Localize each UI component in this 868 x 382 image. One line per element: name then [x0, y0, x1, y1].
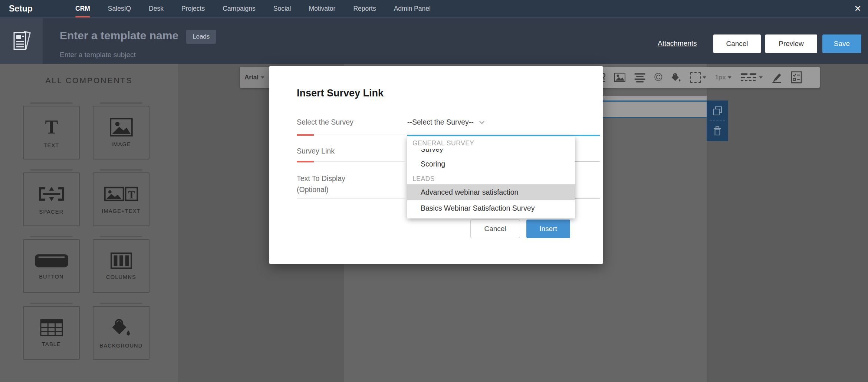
nav-item-crm[interactable]: CRM — [75, 0, 90, 17]
image-plus-text-icon: T — [104, 185, 139, 203]
chevron-down-icon — [728, 76, 731, 79]
component-button[interactable]: BUTTON — [23, 239, 80, 293]
svg-text:T: T — [128, 189, 135, 201]
template-document-icon — [12, 30, 31, 52]
component-background[interactable]: BACKGROUND — [93, 306, 149, 360]
nav-item-projects[interactable]: Projects — [181, 0, 205, 17]
dropdown-item-scoring[interactable]: Scoring — [407, 156, 575, 172]
background-icon — [110, 317, 132, 338]
attachments-link[interactable]: Attachments — [658, 39, 697, 47]
modal-insert-button[interactable]: Insert — [526, 220, 570, 238]
dropdown-item-advanced-webinar-satisfaction[interactable]: Advanced webinar satisfaction — [407, 184, 575, 200]
delete-icon[interactable] — [713, 126, 721, 136]
chevron-down-icon — [479, 121, 485, 124]
select-survey-label-underline — [297, 135, 405, 135]
component-columns[interactable]: COLUMNS — [93, 239, 149, 293]
nav-item-admin-panel[interactable]: Admin Panel — [394, 0, 431, 17]
border-width-dropdown[interactable]: 1px — [715, 74, 731, 81]
button-icon — [34, 253, 69, 269]
page-title: Setup — [9, 0, 33, 17]
survey-dropdown-list: GENERAL SURVEY Survey Scoring LEADS Adva… — [407, 136, 575, 218]
template-name-input[interactable]: Enter a template name — [60, 29, 178, 42]
chevron-down-icon — [759, 76, 763, 79]
survey-link-label-underline — [297, 161, 405, 162]
columns-icon — [111, 252, 132, 269]
survey-link-label: Survey Link — [297, 147, 335, 155]
component-image-text[interactable]: T IMAGE+TEXT — [93, 172, 149, 226]
cancel-button[interactable]: Cancel — [713, 34, 761, 53]
nav-item-salesiq[interactable]: SalesIQ — [108, 0, 131, 17]
checklist-icon[interactable] — [791, 71, 802, 83]
preview-button[interactable]: Preview — [765, 34, 817, 53]
nav-item-campaigns[interactable]: Campaigns — [223, 0, 256, 17]
component-text[interactable]: T TEXT — [23, 106, 80, 159]
components-sidebar: ALL COMPONENTS T TEXT IMAGE — [0, 64, 178, 382]
template-icon-panel — [0, 18, 43, 64]
image-icon — [110, 118, 133, 136]
modal-cancel-button[interactable]: Cancel — [470, 220, 520, 238]
border-style-dropdown[interactable] — [690, 72, 706, 83]
chevron-down-icon — [703, 76, 706, 79]
insert-image-icon[interactable] — [614, 73, 625, 82]
main-nav: CRM SalesIQ Desk Projects Campaigns Soci… — [75, 0, 431, 17]
fill-color-icon[interactable] — [671, 72, 682, 83]
survey-select-underline — [407, 135, 600, 135]
nav-item-desk[interactable]: Desk — [149, 0, 164, 17]
table-icon — [40, 319, 63, 336]
text-to-display-label: Text To Display (Optional) — [297, 173, 382, 195]
text-icon: T — [41, 117, 62, 138]
app-window: Setup CRM SalesIQ Desk Projects Campaign… — [0, 0, 868, 382]
component-table[interactable]: TABLE — [23, 306, 80, 360]
dropdown-group-leads: LEADS — [407, 172, 575, 184]
component-spacer[interactable]: SPACER — [23, 172, 80, 226]
clone-icon[interactable] — [713, 106, 722, 116]
nav-item-reports[interactable]: Reports — [353, 0, 376, 17]
template-subject-input[interactable]: Enter a template subject — [60, 51, 136, 59]
nav-item-motivator[interactable]: Motivator — [309, 0, 335, 17]
dropdown-group-general-survey: GENERAL SURVEY — [407, 136, 575, 149]
align-center-icon[interactable] — [634, 72, 646, 83]
format-painter-icon[interactable] — [771, 72, 782, 83]
close-icon[interactable]: ✕ — [854, 0, 861, 17]
template-header: Enter a template name Leads Enter a temp… — [0, 17, 868, 64]
font-family-dropdown[interactable]: Arial — [240, 67, 269, 88]
text-to-display-label-underline — [297, 198, 405, 199]
modal-title: Insert Survey Link — [297, 88, 384, 99]
components-heading: ALL COMPONENTS — [0, 76, 178, 85]
element-actions-panel — [707, 101, 728, 141]
panel-divider — [710, 121, 725, 121]
survey-select[interactable]: --Select the Survey-- — [407, 118, 485, 126]
component-image[interactable]: IMAGE — [93, 106, 149, 159]
save-button[interactable]: Save — [822, 34, 861, 53]
chevron-down-icon — [261, 76, 264, 79]
toolbar-icon-group: © 1px — [601, 67, 802, 88]
dropdown-item-basics-webinar-satisfaction-survey[interactable]: Basics Webinar Satisfaction Survey — [407, 200, 550, 216]
nav-item-social[interactable]: Social — [273, 0, 291, 17]
module-badge: Leads — [186, 30, 216, 44]
line-style-dropdown[interactable] — [740, 73, 763, 82]
line-style-icon — [740, 73, 757, 82]
svg-text:T: T — [45, 117, 58, 138]
spacer-icon — [36, 184, 67, 204]
dashed-border-icon — [690, 72, 701, 83]
dropdown-item-survey[interactable]: Survey — [407, 149, 575, 156]
select-survey-label: Select the Survey — [297, 118, 354, 126]
components-grid: T TEXT IMAGE — [23, 106, 149, 360]
copyright-icon[interactable]: © — [654, 72, 662, 83]
top-navbar: Setup CRM SalesIQ Desk Projects Campaign… — [0, 0, 868, 17]
